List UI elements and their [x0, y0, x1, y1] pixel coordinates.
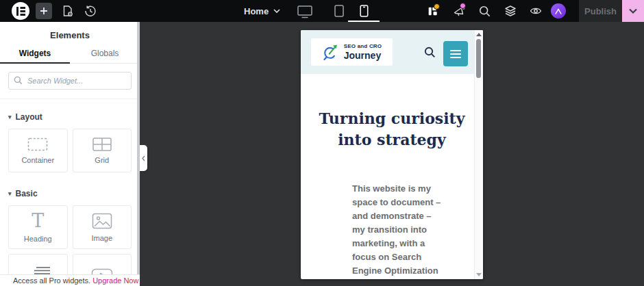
panel-collapse-handle[interactable]	[140, 145, 147, 171]
structure-icon[interactable]	[504, 5, 517, 17]
logo-line-1: SEO and CRO	[344, 44, 382, 49]
container-icon	[27, 138, 48, 151]
logo-line-2: Journey	[344, 51, 382, 60]
editor-canvas: SEO and CRO Journey Turning curiosity in…	[140, 22, 644, 286]
history-icon[interactable]	[84, 5, 97, 17]
device-mobile-button[interactable]	[356, 5, 372, 17]
pro-widgets-banner: Access all Pro widgets. Upgrade Now	[0, 274, 140, 286]
caret-down-icon: ▾	[8, 190, 12, 197]
user-avatar[interactable]	[551, 3, 566, 18]
section-basic[interactable]: ▾ Basic	[8, 189, 132, 198]
mobile-preview-frame: SEO and CRO Journey Turning curiosity in…	[301, 30, 483, 279]
hamburger-menu-button[interactable]	[443, 41, 468, 66]
site-logo-text: SEO and CRO Journey	[344, 44, 382, 60]
preview-eye-icon[interactable]	[529, 5, 543, 16]
panel-title: Elements	[0, 22, 140, 41]
widget-search	[8, 72, 132, 90]
widget-card-image[interactable]: Image	[73, 205, 132, 249]
elementor-logo-icon[interactable]	[12, 2, 29, 20]
editor-top-bar: Home	[0, 0, 644, 22]
tab-globals[interactable]: Globals	[70, 44, 140, 63]
site-header: SEO and CRO Journey	[301, 30, 483, 74]
site-logo[interactable]: SEO and CRO Journey	[311, 38, 393, 66]
upgrade-now-link[interactable]: Upgrade Now	[92, 276, 138, 285]
preview-scrollbar[interactable]	[474, 30, 483, 279]
scrollbar-thumb[interactable]	[476, 39, 481, 78]
site-paragraph[interactable]: This website is myspace to document –and…	[352, 182, 455, 278]
document-title: Home	[244, 6, 269, 16]
launchpad-notification-dot	[434, 3, 440, 10]
banner-text: Access all Pro widgets.	[13, 276, 90, 285]
widget-card-heading[interactable]: T Heading	[8, 205, 68, 249]
panel-tabs: Widgets Globals	[0, 44, 140, 64]
widget-label: Container	[21, 156, 54, 164]
publish-button[interactable]: Publish	[579, 0, 622, 22]
search-icon	[14, 76, 23, 85]
section-label: Layout	[16, 112, 42, 122]
section-label: Basic	[16, 189, 38, 198]
caret-down-icon: ▾	[8, 114, 12, 120]
heading-icon: T	[32, 211, 44, 230]
publish-options-button[interactable]	[622, 0, 644, 22]
section-layout[interactable]: ▾ Layout	[8, 112, 132, 122]
chevron-down-icon	[628, 8, 638, 14]
layout-widgets: Container Grid	[8, 129, 132, 172]
site-search-icon[interactable]	[424, 47, 436, 58]
widgets-panel: Elements Widgets Globals ▾ Layout Contai…	[0, 22, 140, 286]
device-desktop-button[interactable]	[297, 5, 313, 18]
add-template-icon[interactable]	[62, 5, 74, 17]
search-widget-input[interactable]	[8, 72, 132, 90]
add-element-button[interactable]	[36, 3, 52, 19]
image-icon	[92, 213, 112, 229]
scroll-down-icon[interactable]	[476, 273, 482, 276]
scroll-up-icon[interactable]	[476, 33, 482, 36]
chevron-down-icon	[273, 9, 280, 13]
widget-card-container[interactable]: Container	[8, 129, 68, 172]
document-switcher[interactable]: Home	[244, 0, 280, 22]
site-heading[interactable]: Turning curiosity into strategy	[304, 108, 480, 151]
chevron-left-icon	[142, 155, 145, 161]
widget-card-grid[interactable]: Grid	[73, 129, 132, 172]
widget-label: Image	[91, 234, 112, 242]
notifications-dot	[460, 3, 466, 9]
finder-search-icon[interactable]	[478, 5, 491, 17]
active-device-indicator	[348, 21, 380, 22]
publish-label: Publish	[584, 6, 617, 16]
seo-logo-icon	[322, 42, 340, 62]
widget-label: Heading	[24, 235, 52, 243]
tab-widgets[interactable]: Widgets	[0, 44, 70, 63]
device-tablet-button[interactable]	[331, 5, 347, 17]
divider	[0, 99, 140, 99]
widget-label: Grid	[95, 156, 109, 164]
grid-icon	[92, 138, 112, 151]
